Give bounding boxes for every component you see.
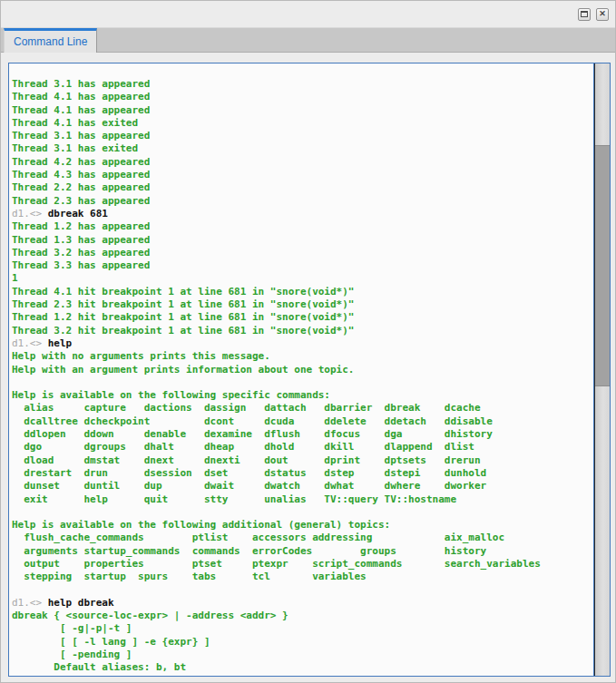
panel-body: Thread 3.1 has appearedThread 4.1 has ap… bbox=[1, 53, 615, 683]
console-output-line: Help with no arguments prints this messa… bbox=[12, 350, 593, 363]
console-output-line: Help with an argument prints information… bbox=[12, 364, 593, 376]
tab-command-line[interactable]: Command Line bbox=[4, 28, 97, 53]
console-output-line: Thread 3.2 has appeared bbox=[12, 247, 593, 259]
console-output-line: dgo dgroups dhalt dheap dhold dkill dlap… bbox=[12, 441, 593, 454]
vertical-scrollbar[interactable] bbox=[593, 63, 610, 676]
command-line-panel: ✕ Command Line Thread 3.1 has appearedTh… bbox=[0, 0, 616, 683]
console-output-line: Thread 3.3 has appeared bbox=[12, 259, 593, 272]
close-icon: ✕ bbox=[599, 10, 606, 18]
console-output-line: Thread 2.3 has appeared bbox=[12, 195, 593, 208]
scrollbar-track[interactable] bbox=[594, 63, 610, 676]
float-icon bbox=[581, 11, 588, 17]
console-output-line: alias capture dactions dassign dattach d… bbox=[12, 402, 593, 415]
console-prompt: d1.<> bbox=[12, 597, 48, 609]
console-output-line: dcalltree dcheckpoint dcont dcuda ddelet… bbox=[12, 415, 593, 428]
console-output-line: [ -pending ] bbox=[12, 649, 593, 661]
console-output-line: 1 bbox=[12, 272, 593, 285]
console-output-line: exit help quit stty unalias TV::query TV… bbox=[12, 493, 593, 506]
console-output-line bbox=[12, 376, 593, 389]
console-output-line: Thread 4.2 has appeared bbox=[12, 156, 593, 169]
console-output-line: Thread 4.1 has appeared bbox=[12, 104, 593, 117]
console-output-line: Default aliases: b, bt bbox=[12, 661, 593, 674]
console-output-line: Thread 1.2 hit breakpoint 1 at line 681 … bbox=[12, 311, 593, 324]
console-output-line: Help is available on the following addit… bbox=[12, 519, 593, 532]
console-output-line: dunset duntil dup dwait dwatch dwhat dwh… bbox=[12, 480, 593, 493]
float-button[interactable] bbox=[578, 8, 591, 21]
console-output-line: Thread 4.1 hit breakpoint 1 at line 681 … bbox=[12, 286, 593, 298]
console-output-line bbox=[12, 506, 593, 519]
console-output-line: arguments startup_commands commands erro… bbox=[12, 545, 593, 558]
console-output-line: Thread 3.1 has exited bbox=[12, 142, 593, 155]
console-output-line: dload dmstat dnext dnexti dout dprint dp… bbox=[12, 454, 593, 467]
console-frame: Thread 3.1 has appearedThread 4.1 has ap… bbox=[8, 63, 611, 677]
console-command-text: dbreak 681 bbox=[48, 208, 108, 220]
console-output-line: [ -g|-p|-t ] bbox=[12, 622, 593, 635]
console-command-text: help bbox=[48, 337, 73, 349]
console-output-line: Thread 3.2 hit breakpoint 1 at line 681 … bbox=[12, 325, 593, 337]
console-output-line: Thread 4.3 has appeared bbox=[12, 169, 593, 181]
console-output-line: stepping startup spurs tabs tcl variable… bbox=[12, 571, 593, 583]
console-output-line: drestart drun dsession dset dstatus dste… bbox=[12, 467, 593, 480]
console-output-line: Thread 3.1 has appeared bbox=[12, 78, 593, 91]
console-output-line: ddlopen ddown denable dexamine dflush df… bbox=[12, 428, 593, 441]
tab-bar: Command Line bbox=[1, 27, 615, 53]
tab-label: Command Line bbox=[14, 35, 87, 48]
console-output-line: Help is available on the following speci… bbox=[12, 389, 593, 402]
console-output-line: Thread 3.1 has appeared bbox=[12, 130, 593, 142]
console-output-line: Thread 4.1 has exited bbox=[12, 117, 593, 130]
console-command-line: d1.<> help bbox=[12, 337, 593, 350]
console-output-line: Thread 2.2 has appeared bbox=[12, 181, 593, 194]
console-output-line: Thread 1.2 has appeared bbox=[12, 220, 593, 233]
console-output-line: [ [ -l lang ] -e {expr} ] bbox=[12, 636, 593, 649]
console-command-line: d1.<> help dbreak bbox=[12, 597, 593, 610]
console-command-text: help dbreak bbox=[48, 597, 114, 609]
console-prompt: d1.<> bbox=[12, 208, 48, 220]
console-output-line: flush_cache_commands ptlist accessors ad… bbox=[12, 532, 593, 544]
console-prompt: d1.<> bbox=[12, 337, 48, 349]
console-output[interactable]: Thread 3.1 has appearedThread 4.1 has ap… bbox=[9, 63, 593, 676]
console-output-line: Thread 4.1 has appeared bbox=[12, 91, 593, 103]
console-output-line: output properties ptset ptexpr script_co… bbox=[12, 558, 593, 571]
panel-titlebar: ✕ bbox=[1, 1, 615, 27]
scrollbar-thumb[interactable] bbox=[595, 145, 610, 386]
console-output-line: dbreak { <source-loc-expr> | -address <a… bbox=[12, 610, 593, 622]
console-output-line: Thread 2.3 hit breakpoint 1 at line 681 … bbox=[12, 298, 593, 311]
console-output-line bbox=[12, 584, 593, 597]
close-button[interactable]: ✕ bbox=[596, 8, 609, 21]
console-output-line: Thread 1.3 has appeared bbox=[12, 234, 593, 247]
console-command-line: d1.<> dbreak 681 bbox=[12, 208, 593, 220]
